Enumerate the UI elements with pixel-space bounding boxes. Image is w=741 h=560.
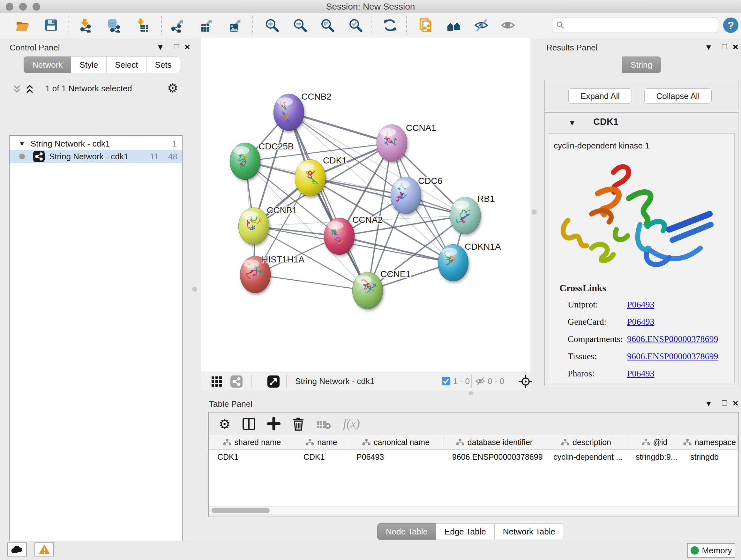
table-horizontal-scrollbar[interactable] bbox=[210, 507, 737, 514]
selected-checkbox-icon[interactable] bbox=[442, 377, 450, 385]
panel-float-icon[interactable]: □ bbox=[722, 42, 727, 51]
tab-network-table[interactable]: Network Table bbox=[495, 523, 564, 540]
tab-edge-table[interactable]: Edge Table bbox=[436, 523, 495, 540]
string-document-icon[interactable] bbox=[418, 18, 433, 33]
network-view-canvas[interactable]: CCNB2CCNA1CDC25BCDK1CDC6RB1CCNB1CCNA2CDK… bbox=[201, 38, 530, 372]
panel-collapse-icon[interactable]: ▾ bbox=[706, 42, 711, 52]
hide-panel-eye-icon[interactable] bbox=[474, 18, 488, 33]
crosslink-label: Uniprot: bbox=[568, 300, 627, 310]
import-table-icon[interactable] bbox=[135, 18, 150, 33]
tab-node-table[interactable]: Node Table bbox=[377, 523, 436, 540]
panel-close-icon[interactable]: × bbox=[733, 398, 738, 409]
save-session-icon[interactable] bbox=[44, 18, 58, 33]
node-highlight bbox=[441, 248, 457, 256]
show-panel-eye-icon[interactable] bbox=[501, 18, 515, 33]
warnings-button[interactable] bbox=[35, 543, 54, 557]
table-cell[interactable]: CDK1 bbox=[295, 450, 348, 463]
tab-string[interactable]: String bbox=[622, 57, 661, 73]
search-input[interactable] bbox=[567, 20, 714, 30]
node-CCNA2[interactable] bbox=[324, 218, 354, 255]
crosslink-link[interactable]: 9606.ENSP00000378699 bbox=[627, 351, 718, 361]
network-share-view-icon[interactable] bbox=[230, 375, 243, 388]
panel-close-icon[interactable]: × bbox=[185, 42, 190, 52]
zoom-out-icon[interactable] bbox=[293, 18, 307, 33]
tab-sets[interactable]: Sets bbox=[146, 57, 180, 73]
expand-all-button[interactable]: Expand All bbox=[568, 88, 632, 104]
houses-icon[interactable] bbox=[447, 18, 461, 33]
network-options-gear-icon[interactable]: ⚙ bbox=[167, 81, 178, 95]
open-in-window-icon[interactable] bbox=[267, 375, 280, 388]
memory-button[interactable]: Memory bbox=[687, 543, 735, 558]
vertical-splitter-handle[interactable] bbox=[192, 287, 197, 292]
panel-collapse-icon[interactable]: ▾ bbox=[706, 398, 711, 408]
node-CCNA1[interactable] bbox=[377, 125, 407, 162]
import-network-from-database-icon[interactable] bbox=[106, 18, 121, 33]
cloud-button[interactable] bbox=[7, 543, 27, 557]
network-collection-row[interactable]: ▼ String Network - cdk1 1 bbox=[10, 137, 182, 150]
node-CDC25B[interactable] bbox=[230, 143, 260, 180]
column-header-database-identifier[interactable]: database identifier bbox=[444, 435, 545, 449]
table-cell[interactable]: CDK1 bbox=[209, 450, 295, 463]
birds-eye-view-icon[interactable] bbox=[519, 375, 532, 388]
grid-view-icon[interactable] bbox=[211, 376, 222, 387]
node-CCNB2[interactable] bbox=[273, 94, 304, 131]
node-CCNB1[interactable] bbox=[239, 207, 269, 245]
tab-select[interactable]: Select bbox=[107, 57, 146, 73]
collapse-all-button[interactable]: Collapse All bbox=[644, 88, 712, 104]
horizontal-splitter-handle[interactable] bbox=[468, 391, 474, 395]
open-session-icon[interactable] bbox=[15, 18, 30, 33]
column-header-name[interactable]: name bbox=[295, 435, 348, 449]
results-actions-box: Expand All Collapse All bbox=[544, 80, 738, 111]
zoom-in-icon[interactable] bbox=[265, 18, 279, 33]
scrollbar-thumb[interactable] bbox=[212, 508, 270, 513]
tab-network[interactable]: Network bbox=[23, 57, 71, 73]
panel-close-icon[interactable]: × bbox=[733, 42, 738, 52]
table-cell[interactable]: 9606.ENSP00000378699 bbox=[444, 450, 545, 463]
panel-float-icon[interactable]: □ bbox=[174, 42, 179, 51]
table-cell[interactable]: stringdb bbox=[682, 450, 738, 463]
table-settings-gear-icon[interactable]: ⚙ bbox=[219, 416, 231, 432]
node-CDK1[interactable] bbox=[295, 159, 326, 196]
refresh-layout-icon[interactable] bbox=[383, 18, 397, 33]
export-network-icon[interactable] bbox=[170, 18, 185, 33]
node-RB1[interactable] bbox=[450, 197, 481, 234]
protein-collapse-caret-icon[interactable]: ▼ bbox=[568, 118, 576, 127]
table-cell[interactable]: stringdb:9... bbox=[627, 450, 682, 463]
node-CDKN1A[interactable] bbox=[438, 244, 468, 281]
show-columns-icon[interactable] bbox=[242, 418, 256, 430]
node-CDC6[interactable] bbox=[391, 177, 421, 214]
table-cell[interactable]: cyclin-dependent ... bbox=[545, 450, 627, 463]
panel-collapse-icon[interactable]: ▾ bbox=[158, 42, 162, 52]
panel-float-icon[interactable]: □ bbox=[722, 398, 727, 408]
tab-style[interactable]: Style bbox=[71, 57, 107, 73]
column-header-namespace[interactable]: namespace bbox=[682, 435, 738, 449]
zoom-selected-icon[interactable] bbox=[348, 18, 363, 33]
column-header-canonical-name[interactable]: canonical name bbox=[348, 435, 444, 449]
delete-column-trash-icon[interactable] bbox=[292, 416, 305, 431]
help-button[interactable]: ? bbox=[723, 17, 738, 33]
column-header-description[interactable]: description bbox=[545, 435, 627, 449]
import-network-icon[interactable] bbox=[78, 18, 93, 33]
tree-expand-caret-icon[interactable]: ▼ bbox=[18, 139, 25, 148]
table-toolbar: ⚙ f(x) bbox=[209, 413, 738, 435]
crosslink-link[interactable]: P06493 bbox=[627, 300, 655, 310]
crosslink-link[interactable]: 9606.ENSP00000378699 bbox=[627, 334, 718, 344]
hierarchy-icon bbox=[456, 439, 464, 446]
column-header-shared-name[interactable]: shared name bbox=[209, 435, 295, 449]
column-header--id[interactable]: @id bbox=[627, 435, 682, 449]
node-CCNE1[interactable] bbox=[352, 272, 383, 309]
edge-HIST1H1A-CCNE1[interactable] bbox=[255, 274, 367, 291]
network-row-selected[interactable]: String Network - cdk1 11 48 bbox=[10, 150, 182, 163]
export-table-icon[interactable] bbox=[199, 18, 213, 33]
table-cell[interactable]: P06493 bbox=[348, 450, 444, 463]
add-column-icon[interactable] bbox=[267, 417, 280, 430]
zoom-fit-icon[interactable] bbox=[320, 18, 335, 33]
toolbar-search-box[interactable] bbox=[552, 17, 718, 33]
crosslink-link[interactable]: P06493 bbox=[627, 368, 655, 379]
edge-CCNB2-CCNA1[interactable] bbox=[289, 112, 392, 143]
table-row[interactable]: CDK1CDK1P064939606.ENSP00000378699cyclin… bbox=[209, 450, 738, 463]
crosslink-link[interactable]: P06493 bbox=[627, 317, 655, 327]
export-image-icon[interactable] bbox=[227, 18, 242, 33]
edge-CCNA2-CDKN1A[interactable] bbox=[339, 236, 453, 263]
vertical-splitter-handle[interactable] bbox=[532, 209, 537, 214]
